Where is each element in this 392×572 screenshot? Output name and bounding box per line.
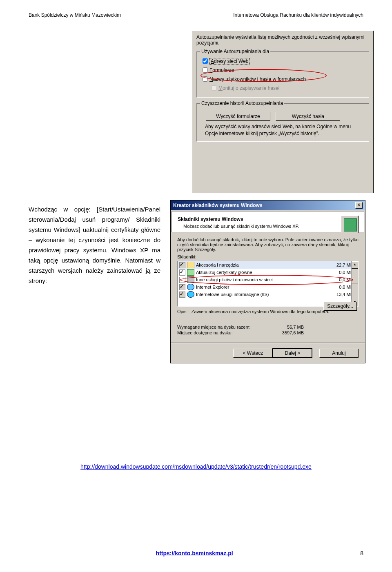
highlight-oval-certificates: [180, 275, 353, 285]
component-icon: [187, 262, 194, 268]
checkbox-icon[interactable]: [179, 262, 185, 268]
checkbox-icon[interactable]: [179, 284, 185, 290]
req-space-value: 56,7 MB: [267, 325, 304, 329]
groupbox1-label: Używanie Autouzupełniania dla: [200, 49, 270, 54]
windows-components-wizard: Kreator składników systemu Windows × Skł…: [170, 200, 365, 363]
lbl-prompt-save: Monituj o zapisywanie haseł: [218, 85, 279, 91]
details-button[interactable]: Szczegóły...: [323, 302, 357, 311]
groupbox2-label: Czyszczenie historii Autouzupełniania: [200, 100, 284, 106]
autocomplete-dialog: Autouzupełnianie wyświetla listę możliwy…: [192, 31, 374, 193]
footer-page: 8: [360, 550, 363, 556]
next-button[interactable]: Dalej >: [272, 348, 312, 358]
scrollbar[interactable]: ▲ ▼: [351, 261, 358, 306]
component-row[interactable]: Akcesoria i narzędzia22,7 MB: [178, 261, 358, 269]
highlight-oval-usernames: [200, 69, 327, 82]
component-icon: [187, 284, 194, 290]
wizard-button-row: < WsteczDalej > Anuluj: [171, 343, 365, 363]
btn-clear-passwords[interactable]: Wyczyść hasła: [276, 112, 340, 121]
wizard-instructions: Aby dodać lub usunąć składnik, kliknij t…: [177, 237, 359, 252]
header-left: Bank Spółdzielczy w Mińsku Mazowieckim: [29, 12, 121, 18]
wizard-subheading: Możesz dodać lub usunąć składniki system…: [183, 224, 358, 229]
groupbox-clear-history: Czyszczenie historii Autouzupełniania Wy…: [196, 103, 369, 142]
body-paragraph: Wchodząc w opcję: [Start/Ustawienia/Pane…: [29, 204, 160, 286]
checkbox-icon[interactable]: [179, 292, 185, 298]
component-row[interactable]: Internetowe usługi informacyjne (IIS)13,…: [178, 291, 358, 298]
avail-space-label: Miejsce dostępne na dysku:: [177, 330, 267, 335]
close-icon[interactable]: ×: [355, 202, 363, 209]
req-space-label: Wymagane miejsce na dysku razem:: [177, 325, 267, 329]
autocomplete-intro: Autouzupełnianie wyświetla listę możliwy…: [196, 34, 369, 46]
system-box-icon: [341, 216, 359, 234]
component-icon: [187, 269, 194, 276]
wizard-titlebar: Kreator składników systemu Windows ×: [171, 200, 365, 210]
scroll-up-button[interactable]: ▲: [352, 261, 358, 269]
wizard-heading: Składniki systemu Windows: [178, 216, 358, 222]
footer-url: https://konto.bsminskmaz.pl: [156, 550, 233, 556]
page-footer: https://konto.bsminskmaz.pl8: [29, 550, 363, 556]
back-button[interactable]: < Wstecz: [233, 349, 272, 358]
clear-history-note: Aby wyczyścić wpisy adresów sieci Web, n…: [205, 123, 361, 137]
chk-prompt-save: [212, 85, 217, 91]
component-name: Internetowe usługi informacyjne (IIS): [196, 292, 329, 297]
component-name: Internet Explorer: [196, 285, 329, 289]
header-right: Internetowa Obsługa Rachunku dla klientó…: [233, 12, 363, 18]
scroll-thumb[interactable]: [352, 269, 358, 283]
cancel-button[interactable]: Anuluj: [319, 349, 359, 358]
component-name: Aktualizuj certyfikaty główne: [196, 270, 329, 275]
download-link[interactable]: http://download.windowsupdate.com/msdown…: [80, 463, 312, 470]
download-link-row: http://download.windowsupdate.com/msdown…: [29, 463, 363, 470]
btn-clear-forms[interactable]: Wyczyść formularze: [206, 112, 270, 121]
page-header: Bank Spółdzielczy w Mińsku Mazowieckim I…: [29, 12, 363, 18]
opis-text: Zawiera akcesoria i narzędzia systemu Wi…: [192, 309, 329, 314]
lbl-web-addresses: Adresy sieci Web: [209, 58, 250, 65]
chk-web-addresses[interactable]: [203, 58, 208, 64]
chk-forms[interactable]: [203, 67, 208, 73]
opis-label: Opis:: [177, 309, 188, 314]
avail-space-value: 3597,6 MB: [267, 330, 304, 335]
wizard-title: Kreator składników systemu Windows: [173, 203, 263, 208]
wizard-body: Aby dodać lub usunąć składnik, kliknij t…: [171, 233, 365, 343]
component-icon: [187, 291, 194, 298]
list-label: kładniki:: [180, 254, 196, 259]
wizard-header-panel: Składniki systemu Windows Możesz dodać l…: [172, 211, 364, 232]
checkbox-icon[interactable]: [179, 269, 185, 276]
component-name: Akcesoria i narzędzia: [196, 263, 329, 267]
